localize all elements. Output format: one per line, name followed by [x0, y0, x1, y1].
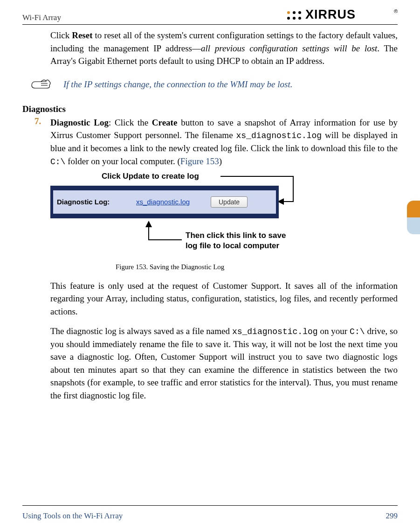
side-tab-icon — [407, 201, 420, 234]
annotation-update: Click Update to create log — [102, 172, 199, 181]
update-button[interactable]: Update — [211, 196, 248, 208]
arrow-line — [220, 176, 293, 177]
logo-text: XIRRUS — [305, 7, 356, 22]
content-area: Click Reset to reset all of the system's… — [22, 29, 398, 500]
svg-point-0 — [287, 11, 290, 14]
path-code: C:\ — [50, 157, 65, 167]
svg-point-1 — [293, 11, 296, 14]
diagnostics-heading: Diagnostics — [22, 104, 398, 114]
footer-rule — [22, 505, 398, 506]
logo-registered-icon: ® — [394, 8, 398, 14]
paragraph-feature: This feature is only used at the request… — [50, 279, 398, 318]
footer: Using Tools on the Wi-Fi Array 299 — [22, 511, 398, 521]
doc-title: Wi-Fi Array — [22, 13, 61, 22]
svg-point-4 — [293, 17, 296, 20]
arrow-line — [284, 201, 293, 202]
header-rule — [22, 24, 398, 25]
logo-dots-icon — [286, 10, 303, 21]
text: folder on your local computer. ( — [65, 156, 180, 166]
note-callout: If the IP settings change, the connectio… — [30, 76, 398, 93]
text: drive, so you should immediately rename … — [50, 326, 398, 400]
svg-point-5 — [298, 17, 301, 20]
filename-code: xs_diagnostic.log — [236, 131, 322, 140]
diagnostic-log-label: Diagnostic Log: — [57, 198, 136, 206]
list-body: Diagnostic Log: Click the Create button … — [50, 116, 398, 168]
brand-logo: XIRRUS ® — [286, 8, 398, 22]
list-item-7: 7. Diagnostic Log: Click the Create butt… — [22, 116, 398, 168]
header: Wi-Fi Array XIRRUS ® — [22, 8, 398, 22]
figure-153: Click Update to create log Diagnostic Lo… — [50, 172, 398, 270]
text: on your — [318, 326, 350, 336]
note-text: If the IP settings change, the connectio… — [63, 79, 292, 90]
diagnostic-log-label: Diagnostic Log — [50, 118, 109, 127]
text: The diagnostic log is always saved as a … — [50, 326, 232, 336]
svg-point-2 — [298, 11, 301, 14]
arrow-line — [148, 227, 149, 239]
page-number: 299 — [386, 511, 398, 521]
reset-keyword: Reset — [72, 30, 92, 40]
diagnostic-log-link[interactable]: xs_diagnostic.log — [136, 198, 211, 206]
text: : Click the — [109, 118, 152, 127]
screenshot-panel: Diagnostic Log: xs_diagnostic.log Update — [50, 186, 279, 218]
arrow-head-icon — [145, 221, 152, 227]
text: Then click this link to save — [186, 231, 286, 240]
text: ) — [219, 156, 222, 166]
screenshot-row: Diagnostic Log: xs_diagnostic.log Update — [53, 190, 276, 214]
arrow-line — [148, 239, 182, 240]
paragraph-reset: Click Reset to reset all of the system's… — [50, 29, 398, 68]
arrow-line — [293, 176, 294, 202]
pointing-hand-icon — [30, 76, 52, 93]
figure-link[interactable]: Figure 153 — [180, 156, 219, 166]
path-code: C:\ — [350, 327, 365, 336]
footer-section: Using Tools on the Wi-Fi Array — [22, 511, 123, 521]
warning-italic: all previous configuration settings will… — [201, 43, 377, 53]
create-keyword: Create — [152, 118, 178, 127]
page: Wi-Fi Array XIRRUS ® Click Reset to rese… — [0, 0, 420, 530]
svg-point-3 — [287, 17, 290, 20]
annotation-save-link: Then click this link to save log file to… — [186, 230, 286, 251]
text: Click — [50, 30, 72, 40]
filename-code: xs_diagnostic.log — [232, 327, 318, 336]
list-number: 7. — [34, 116, 50, 168]
paragraph-rename: The diagnostic log is always saved as a … — [50, 325, 398, 402]
text: log file to local computer — [186, 241, 279, 250]
